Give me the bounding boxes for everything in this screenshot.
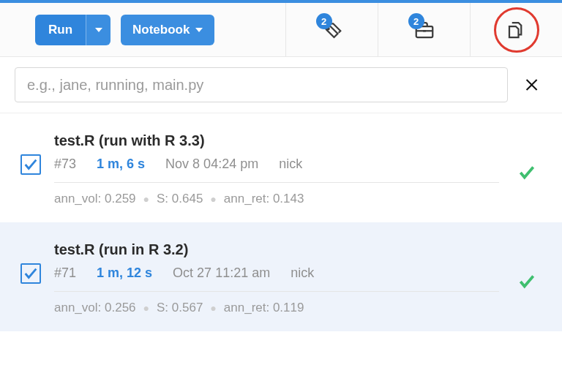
archive-badge: 2 bbox=[408, 13, 424, 29]
svg-rect-2 bbox=[423, 30, 426, 32]
notebook-button[interactable]: Notebook bbox=[121, 15, 214, 45]
run-params: ann_vol: 0.259 ● S: 0.645 ● ann_ret: 0.1… bbox=[54, 183, 499, 206]
param-s: S: 0.645 bbox=[157, 192, 203, 206]
clear-search-button[interactable] bbox=[518, 70, 547, 99]
close-icon bbox=[524, 76, 542, 94]
run-body: test.R (run in R 3.2) #71 1 m, 12 s Oct … bbox=[54, 241, 499, 315]
search-input[interactable] bbox=[15, 67, 508, 102]
search-row bbox=[0, 57, 562, 113]
toolbar: Run Notebook 2 2 bbox=[0, 3, 562, 57]
param-ann-vol: ann_vol: 0.259 bbox=[54, 192, 136, 206]
param-ann-ret: ann_ret: 0.143 bbox=[224, 192, 304, 206]
run-body: test.R (run with R 3.3) #73 1 m, 6 s Nov… bbox=[54, 132, 499, 206]
run-title: test.R (run in R 3.2) bbox=[54, 241, 499, 258]
param-s: S: 0.567 bbox=[157, 301, 203, 315]
run-row[interactable]: test.R (run in R 3.2) #71 1 m, 12 s Oct … bbox=[0, 222, 562, 331]
check-icon bbox=[23, 265, 39, 282]
run-button[interactable]: Run bbox=[35, 15, 86, 45]
run-id: #73 bbox=[54, 157, 76, 172]
run-checkbox[interactable] bbox=[20, 154, 41, 175]
caret-down-icon bbox=[195, 28, 203, 32]
archive-button[interactable]: 2 bbox=[378, 3, 470, 56]
param-ann-vol: ann_vol: 0.256 bbox=[54, 301, 136, 315]
runs-list: test.R (run with R 3.3) #73 1 m, 6 s Nov… bbox=[0, 113, 562, 392]
separator-dot: ● bbox=[143, 193, 149, 205]
success-checkmark-icon bbox=[517, 272, 536, 291]
run-meta: #71 1 m, 12 s Oct 27 11:21 am nick bbox=[54, 265, 499, 292]
compare-icon bbox=[506, 19, 528, 41]
run-meta: #73 1 m, 6 s Nov 8 04:24 pm nick bbox=[54, 157, 499, 183]
run-title: test.R (run with R 3.3) bbox=[54, 132, 499, 149]
compare-button[interactable] bbox=[470, 3, 562, 56]
notebook-label: Notebook bbox=[132, 23, 190, 37]
separator-dot: ● bbox=[210, 302, 216, 314]
run-button-group: Run bbox=[35, 15, 110, 45]
run-status bbox=[512, 163, 542, 182]
run-user: nick bbox=[279, 157, 302, 172]
caret-down-icon bbox=[95, 28, 102, 32]
run-params: ann_vol: 0.256 ● S: 0.567 ● ann_ret: 0.1… bbox=[54, 292, 499, 315]
run-duration[interactable]: 1 m, 6 s bbox=[97, 157, 145, 172]
toolbar-left: Run Notebook bbox=[0, 15, 285, 45]
run-timestamp: Oct 27 11:21 am bbox=[173, 265, 270, 281]
run-user: nick bbox=[291, 265, 314, 281]
run-dropdown-button[interactable] bbox=[86, 15, 110, 45]
separator-dot: ● bbox=[143, 302, 149, 314]
run-timestamp: Nov 8 04:24 pm bbox=[165, 157, 258, 172]
tags-button[interactable]: 2 bbox=[285, 3, 378, 56]
run-duration[interactable]: 1 m, 12 s bbox=[97, 265, 152, 281]
param-ann-ret: ann_ret: 0.119 bbox=[224, 301, 304, 315]
tags-badge: 2 bbox=[316, 13, 332, 29]
run-row[interactable]: test.R (run with R 3.3) #73 1 m, 6 s Nov… bbox=[0, 113, 562, 222]
run-checkbox[interactable] bbox=[20, 263, 41, 284]
run-status bbox=[512, 272, 542, 291]
separator-dot: ● bbox=[210, 193, 216, 205]
run-id: #71 bbox=[54, 265, 76, 281]
toolbar-icons: 2 2 bbox=[285, 3, 562, 56]
success-checkmark-icon bbox=[517, 163, 536, 182]
check-icon bbox=[23, 157, 39, 173]
